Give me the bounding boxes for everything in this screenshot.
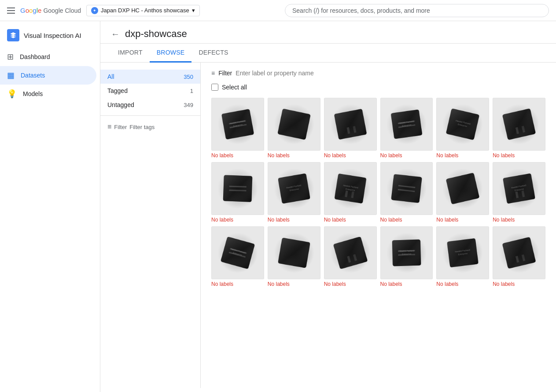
filter-tagged[interactable]: Tagged 1 xyxy=(100,84,200,98)
image-card[interactable]: No labels xyxy=(211,226,264,287)
menu-button[interactable] xyxy=(7,7,15,14)
google-cloud-logo: Google Google Cloud xyxy=(20,7,81,14)
select-all-label: Select all xyxy=(222,84,247,91)
image-no-labels: No labels xyxy=(324,217,377,223)
image-card[interactable]: No labels xyxy=(324,162,377,223)
filter-tags-label: Filter tags xyxy=(129,124,155,130)
image-no-labels: No labels xyxy=(211,217,264,223)
sidebar-item-label: Dashboard xyxy=(20,53,50,60)
image-no-labels: No labels xyxy=(493,281,545,287)
page-title: dxp-showcase xyxy=(125,28,187,40)
image-no-labels: No labels xyxy=(380,281,433,287)
filter-all-label: All xyxy=(107,73,114,80)
image-no-labels: No labels xyxy=(493,152,545,159)
models-icon: 💡 xyxy=(7,89,17,99)
select-all-row: Select all xyxy=(211,84,545,91)
cloud-label: Google Cloud xyxy=(43,7,81,14)
filter-bar: ≡ Filter xyxy=(211,70,545,77)
layout: Visual Inspection AI ⊞ Dashboard ▦ Datas… xyxy=(0,21,556,392)
image-card[interactable]: No labels xyxy=(493,98,545,159)
search-bar[interactable]: Search (/) for resources, docs, products… xyxy=(285,4,549,17)
filter-all-count: 350 xyxy=(184,74,193,80)
filter-untagged-count: 349 xyxy=(184,102,193,108)
sidebar-item-label: Models xyxy=(23,90,43,97)
image-card[interactable]: No labels xyxy=(324,226,377,287)
image-no-labels: No labels xyxy=(324,152,377,159)
image-card[interactable]: No labels xyxy=(211,162,264,223)
image-no-labels: No labels xyxy=(268,217,320,223)
search-placeholder: Search (/) for resources, docs, products… xyxy=(292,7,430,14)
image-card[interactable]: No labels xyxy=(211,98,264,159)
app-header: Visual Inspection AI xyxy=(0,25,100,48)
sidebar-item-models[interactable]: 💡 Models xyxy=(0,85,96,103)
app-title: Visual Inspection AI xyxy=(24,32,81,39)
image-no-labels: No labels xyxy=(324,281,377,287)
image-card[interactable]: No labels xyxy=(436,162,489,223)
image-no-labels: No labels xyxy=(211,281,264,287)
filter-input[interactable] xyxy=(236,70,545,77)
image-card[interactable]: No labels xyxy=(268,162,320,223)
image-no-labels: No labels xyxy=(436,152,489,159)
filter-untagged[interactable]: Untagged 349 xyxy=(100,98,200,112)
main-content: ← dxp-showcase IMPORT BROWSE DEFECTS All… xyxy=(100,21,556,392)
sidebar: Visual Inspection AI ⊞ Dashboard ▦ Datas… xyxy=(0,21,100,392)
image-no-labels: No labels xyxy=(268,152,320,159)
filter-tags-row[interactable]: ≡ Filter Filter tags xyxy=(100,119,200,134)
project-name: Japan DXP HC - Anthos showcase xyxy=(101,7,189,14)
filter-untagged-label: Untagged xyxy=(107,101,134,108)
sidebar-item-dashboard[interactable]: ⊞ Dashboard xyxy=(0,48,96,66)
filter-bar-icon: ≡ xyxy=(211,70,215,77)
project-icon: ✦ xyxy=(91,7,98,14)
page-header: ← dxp-showcase xyxy=(100,21,556,44)
image-no-labels: No labels xyxy=(211,152,264,159)
image-card[interactable]: No labels xyxy=(493,226,545,287)
image-grid: No labelsNo labelsNo labelsNo labelsNo l… xyxy=(211,98,545,287)
sidebar-item-datasets[interactable]: ▦ Datasets xyxy=(0,66,96,85)
image-card[interactable]: No labels xyxy=(380,226,433,287)
image-card[interactable]: No labels xyxy=(436,98,489,159)
image-no-labels: No labels xyxy=(493,217,545,223)
tab-defects[interactable]: DEFECTS xyxy=(191,44,235,63)
back-button[interactable]: ← xyxy=(111,29,120,39)
image-card[interactable]: No labels xyxy=(493,162,545,223)
tab-browse[interactable]: BROWSE xyxy=(150,44,192,63)
project-selector[interactable]: ✦ Japan DXP HC - Anthos showcase ▾ xyxy=(86,5,200,16)
image-card[interactable]: No labels xyxy=(268,98,320,159)
image-no-labels: No labels xyxy=(436,217,489,223)
topbar: Google Google Cloud ✦ Japan DXP HC - Ant… xyxy=(0,0,556,21)
image-no-labels: No labels xyxy=(268,281,320,287)
filter-tagged-label: Tagged xyxy=(107,87,128,94)
filter-bar-label: Filter xyxy=(218,70,232,77)
image-card[interactable]: No labels xyxy=(380,98,433,159)
filter-all[interactable]: All 350 xyxy=(100,70,200,84)
image-card[interactable]: No labels xyxy=(380,162,433,223)
image-card[interactable]: No labels xyxy=(436,226,489,287)
select-all-checkbox[interactable] xyxy=(211,84,218,91)
tab-import[interactable]: IMPORT xyxy=(111,44,150,63)
filter-icon: ≡ xyxy=(107,123,111,131)
chevron-down-icon: ▾ xyxy=(192,7,195,14)
content-area: All 350 Tagged 1 Untagged 349 ≡ Filter F… xyxy=(100,63,556,388)
sidebar-item-label: Datasets xyxy=(21,72,45,79)
datasets-icon: ▦ xyxy=(7,70,15,80)
filter-label: Filter xyxy=(114,124,127,130)
image-no-labels: No labels xyxy=(380,217,433,223)
filter-tagged-count: 1 xyxy=(190,88,193,94)
image-grid-area: ≡ Filter Select all No labelsNo labelsNo… xyxy=(201,63,556,388)
filter-panel: All 350 Tagged 1 Untagged 349 ≡ Filter F… xyxy=(100,63,201,388)
image-card[interactable]: No labels xyxy=(268,226,320,287)
image-no-labels: No labels xyxy=(436,281,489,287)
dashboard-icon: ⊞ xyxy=(7,52,14,62)
image-no-labels: No labels xyxy=(380,152,433,159)
tabs: IMPORT BROWSE DEFECTS xyxy=(100,44,556,63)
image-card[interactable]: No labels xyxy=(324,98,377,159)
app-icon xyxy=(7,29,19,41)
